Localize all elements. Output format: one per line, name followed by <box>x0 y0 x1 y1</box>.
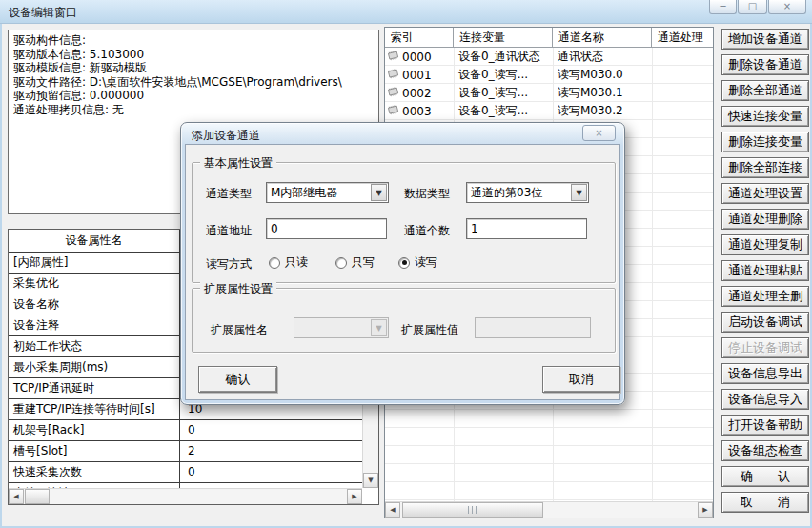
quick-connect-variable-button[interactable]: 快速连接变量 <box>721 106 809 127</box>
action-button-column: 增加设备通道 删除设备通道 删除全部通道 快速连接变量 删除连接变量 删除全部连… <box>721 29 809 513</box>
channel-process-delete-all-button[interactable]: 通道处理全删 <box>721 286 809 307</box>
scroll-right-icon[interactable]: ▶ <box>698 502 713 518</box>
rw-mode-label: 读写方式 <box>206 256 252 273</box>
dialog-cancel-button[interactable]: 取消 <box>542 366 620 393</box>
group-title: 扩展属性设置 <box>200 281 276 297</box>
radio-write-only[interactable]: 只写 <box>335 254 375 271</box>
radio-read-only[interactable]: 只读 <box>269 254 308 271</box>
delete-all-connections-button[interactable]: 删除全部连接 <box>721 157 809 178</box>
group-title: 基本属性设置 <box>200 155 276 172</box>
driver-info-line: 驱动文件路径: D:\桌面软件安装地点\MCGSE\Program\driver… <box>13 75 374 90</box>
driver-info-line: 驱动预留信息: 0.000000 <box>13 89 374 103</box>
column-header-variable: 连接变量 <box>454 28 553 47</box>
column-header-index: 索引 <box>385 28 454 47</box>
radio-selected-icon <box>398 257 410 269</box>
driver-info-line: 通道处理拷贝信息: 无 <box>13 103 374 117</box>
ext-property-name-select: ▼ <box>294 317 389 338</box>
cancel-button[interactable]: 取 消 <box>721 492 809 513</box>
driver-info-line: 驱动模版信息: 新驱动模版 <box>13 61 374 75</box>
delete-all-channels-button[interactable]: 删除全部通道 <box>721 80 809 101</box>
channel-type-select[interactable]: M内部继电器 ▼ <box>266 182 389 203</box>
delete-device-channel-button[interactable]: 删除设备通道 <box>721 54 809 75</box>
basic-properties-group: 基本属性设置 通道类型 M内部继电器 ▼ 数据类型 通道的第03位 ▼ 通道地址… <box>192 162 616 283</box>
table-row[interactable]: 0000 设备0_通讯状态 通讯状态 <box>385 48 713 66</box>
minimize-button[interactable]: ─ <box>709 0 737 14</box>
title-bar: 设备编辑窗口 <box>0 0 812 24</box>
ext-property-name-label: 扩展属性名 <box>211 322 268 338</box>
device-info-import-button[interactable]: 设备信息导入 <box>721 389 809 410</box>
chevron-down-icon[interactable]: ▼ <box>371 184 387 201</box>
delete-connect-variable-button[interactable]: 删除连接变量 <box>721 132 809 152</box>
maximize-button[interactable]: □ <box>738 0 767 14</box>
driver-info-line: 驱动版本信息: 5.103000 <box>13 48 374 62</box>
channel-address-label: 通道地址 <box>206 223 252 239</box>
horizontal-scrollbar[interactable]: ◀ ▶ <box>385 501 713 518</box>
scrollbar-thumb[interactable] <box>402 502 543 518</box>
window-title: 设备编辑窗口 <box>9 5 77 21</box>
radio-icon <box>269 257 280 269</box>
add-device-channel-button[interactable]: 增加设备通道 <box>721 29 809 50</box>
channel-type-label: 通道类型 <box>206 186 252 202</box>
channel-count-label: 通道个数 <box>404 223 450 239</box>
dialog-confirm-button[interactable]: 确认 <box>198 366 277 393</box>
confirm-button[interactable]: 确 认 <box>721 466 809 487</box>
scroll-down-icon[interactable]: ▼ <box>363 473 378 488</box>
scrollbar-thumb[interactable] <box>25 489 50 504</box>
column-header-channel-name: 通道名称 <box>553 28 652 47</box>
close-button[interactable]: × <box>768 0 806 14</box>
driver-info-line: 驱动构件信息: <box>13 33 374 48</box>
channel-process-set-button[interactable]: 通道处理设置 <box>721 183 809 204</box>
device-info-export-button[interactable]: 设备信息导出 <box>721 363 809 384</box>
device-config-check-button[interactable]: 设备组态检查 <box>721 440 809 461</box>
dialog-title: 添加设备通道 <box>192 128 260 144</box>
scroll-right-icon[interactable]: ▶ <box>347 489 362 504</box>
scroll-left-icon[interactable]: ◀ <box>385 502 400 518</box>
chevron-down-icon: ▼ <box>371 319 387 336</box>
channel-process-delete-button[interactable]: 通道处理删除 <box>721 209 809 230</box>
channel-process-paste-button[interactable]: 通道处理粘贴 <box>721 260 809 281</box>
table-row[interactable]: 0002 设备0_读写... 读写M030.1 <box>385 84 713 102</box>
scrollbar-grip <box>468 506 478 514</box>
chip-icon <box>387 105 399 118</box>
table-row[interactable]: 机架号[Rack]0 <box>9 420 362 441</box>
channel-count-input[interactable] <box>466 218 587 239</box>
open-device-help-button[interactable]: 打开设备帮助 <box>721 415 809 436</box>
table-row[interactable]: 槽号[Slot]2 <box>9 441 362 462</box>
chip-icon <box>387 69 399 82</box>
radio-icon <box>335 257 347 269</box>
table-row[interactable]: 快速采集次数0 <box>9 462 362 483</box>
ext-property-value-input <box>475 317 591 338</box>
column-header-process: 通道处理 <box>652 28 713 47</box>
channel-table-header: 索引 连接变量 通道名称 通道处理 <box>385 28 713 48</box>
start-device-debug-button[interactable]: 启动设备调试 <box>721 312 809 333</box>
table-row[interactable]: 0001 设备0_读写... 读写M030.0 <box>385 66 713 84</box>
channel-address-input[interactable] <box>266 218 387 239</box>
table-row[interactable]: 0003 设备0_读写... 读写M030.2 <box>385 102 713 120</box>
chevron-down-icon[interactable]: ▼ <box>571 184 587 201</box>
add-device-channel-dialog: 添加设备通道 × 基本属性设置 通道类型 M内部继电器 ▼ 数据类型 通道的第0… <box>180 122 625 405</box>
data-type-label: 数据类型 <box>404 186 450 202</box>
scroll-left-icon[interactable]: ◀ <box>9 489 24 504</box>
extended-properties-group: 扩展属性设置 扩展属性名 ▼ 扩展属性值 <box>192 288 616 353</box>
dialog-body: 基本属性设置 通道类型 M内部继电器 ▼ 数据类型 通道的第03位 ▼ 通道地址… <box>185 144 620 400</box>
chip-icon <box>387 51 399 64</box>
horizontal-scrollbar[interactable]: ◀ ▶ <box>9 488 362 504</box>
ext-property-value-label: 扩展属性值 <box>401 322 458 338</box>
radio-read-write[interactable]: 读写 <box>398 254 437 271</box>
channel-process-copy-button[interactable]: 通道处理复制 <box>721 234 809 255</box>
column-header-property-name: 设备属性名 <box>9 230 180 252</box>
column-divider <box>652 48 653 501</box>
stop-device-debug-button: 停止设备调试 <box>721 337 809 358</box>
data-type-select[interactable]: 通道的第03位 ▼ <box>466 182 589 203</box>
chip-icon <box>387 87 399 100</box>
dialog-close-icon[interactable]: × <box>582 125 616 141</box>
